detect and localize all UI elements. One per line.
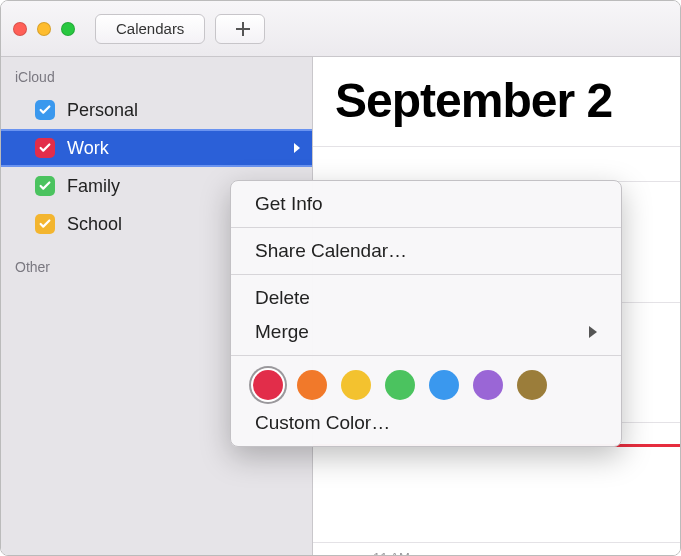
menu-share-calendar[interactable]: Share Calendar… — [231, 234, 621, 268]
calendars-button[interactable]: Calendars — [95, 14, 205, 44]
menu-delete[interactable]: Delete — [231, 281, 621, 315]
menu-separator — [231, 274, 621, 275]
sidebar-item-personal[interactable]: Personal — [1, 91, 312, 129]
month-title: September 2 — [313, 57, 680, 146]
menu-merge[interactable]: Merge — [231, 315, 621, 349]
color-swatch-purple[interactable] — [473, 370, 503, 400]
checkmark-icon — [38, 217, 52, 231]
calendar-item-label: Work — [67, 138, 109, 159]
color-swatch-yellow[interactable] — [341, 370, 371, 400]
menu-item-label: Merge — [255, 321, 309, 343]
context-menu: Get Info Share Calendar… Delete Merge Cu… — [230, 180, 622, 447]
calendar-checkbox[interactable] — [35, 176, 55, 196]
calendar-checkbox[interactable] — [35, 100, 55, 120]
menu-item-label: Get Info — [255, 193, 323, 215]
color-swatch-blue[interactable] — [429, 370, 459, 400]
checkmark-icon — [38, 141, 52, 155]
allday-row — [313, 146, 680, 182]
menu-custom-color[interactable]: Custom Color… — [231, 406, 621, 440]
calendar-checkbox[interactable] — [35, 138, 55, 158]
color-swatch-row — [231, 362, 621, 406]
color-swatch-brown[interactable] — [517, 370, 547, 400]
checkmark-icon — [38, 103, 52, 117]
add-button[interactable] — [215, 14, 265, 44]
calendar-item-label: Family — [67, 176, 120, 197]
menu-item-label: Share Calendar… — [255, 240, 407, 262]
chevron-right-icon — [589, 326, 597, 338]
calendar-item-label: Personal — [67, 100, 138, 121]
close-window-button[interactable] — [13, 22, 27, 36]
menu-item-label: Custom Color… — [255, 412, 390, 434]
chevron-right-icon — [294, 143, 300, 153]
color-swatch-orange[interactable] — [297, 370, 327, 400]
sidebar-item-work[interactable]: Work — [1, 129, 312, 167]
maximize-window-button[interactable] — [61, 22, 75, 36]
menu-get-info[interactable]: Get Info — [231, 187, 621, 221]
titlebar: Calendars — [1, 1, 680, 57]
calendar-checkbox[interactable] — [35, 214, 55, 234]
minimize-window-button[interactable] — [37, 22, 51, 36]
traffic-lights — [13, 22, 75, 36]
menu-item-label: Delete — [255, 287, 310, 309]
menu-separator — [231, 355, 621, 356]
calendars-button-label: Calendars — [116, 20, 184, 37]
plus-icon — [236, 22, 244, 36]
hour-line: 11 AM — [313, 542, 680, 555]
checkmark-icon — [38, 179, 52, 193]
color-swatch-red[interactable] — [253, 370, 283, 400]
hour-label: 11 AM — [373, 550, 410, 555]
color-swatch-green[interactable] — [385, 370, 415, 400]
calendar-item-label: School — [67, 214, 122, 235]
sidebar-section-icloud: iCloud — [1, 65, 312, 91]
menu-separator — [231, 227, 621, 228]
